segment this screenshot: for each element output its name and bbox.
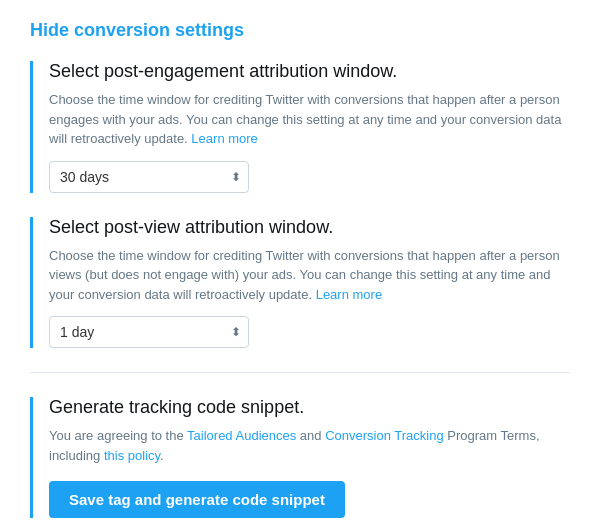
post-engagement-description: Choose the time window for crediting Twi… (49, 90, 570, 149)
post-view-title: Select post-view attribution window. (49, 217, 570, 238)
post-engagement-learn-more-link[interactable]: Learn more (191, 131, 257, 146)
post-engagement-title: Select post-engagement attribution windo… (49, 61, 570, 82)
generate-title: Generate tracking code snippet. (49, 397, 570, 418)
generate-desc-pre: You are agreeing to the (49, 428, 184, 443)
post-engagement-section: Select post-engagement attribution windo… (30, 61, 570, 193)
post-engagement-select-wrapper: 1 day 3 days 7 days 14 days 30 days ⬍ (49, 161, 249, 193)
tailored-audiences-link[interactable]: Tailored Audiences (187, 428, 296, 443)
section-divider (30, 372, 570, 373)
post-view-description: Choose the time window for crediting Twi… (49, 246, 570, 305)
page-title: Hide conversion settings (30, 20, 570, 41)
post-view-section: Select post-view attribution window. Cho… (30, 217, 570, 349)
conversion-tracking-link[interactable]: Conversion Tracking (325, 428, 444, 443)
post-view-learn-more-link[interactable]: Learn more (316, 287, 382, 302)
generate-section: Generate tracking code snippet. You are … (30, 397, 570, 518)
generate-period: . (160, 448, 164, 463)
post-view-desc-text: Choose the time window for crediting Twi… (49, 248, 560, 302)
post-engagement-desc-text: Choose the time window for crediting Twi… (49, 92, 561, 146)
page-container: Hide conversion settings Select post-eng… (0, 0, 600, 527)
post-view-select-wrapper: 1 day 3 days 7 days 14 days 30 days ⬍ (49, 316, 249, 348)
this-policy-link[interactable]: this policy (104, 448, 160, 463)
post-view-select[interactable]: 1 day 3 days 7 days 14 days 30 days (49, 316, 249, 348)
post-engagement-select[interactable]: 1 day 3 days 7 days 14 days 30 days (49, 161, 249, 193)
generate-description: You are agreeing to the Tailored Audienc… (49, 426, 570, 465)
save-generate-button[interactable]: Save tag and generate code snippet (49, 481, 345, 518)
generate-and-text: and (300, 428, 325, 443)
